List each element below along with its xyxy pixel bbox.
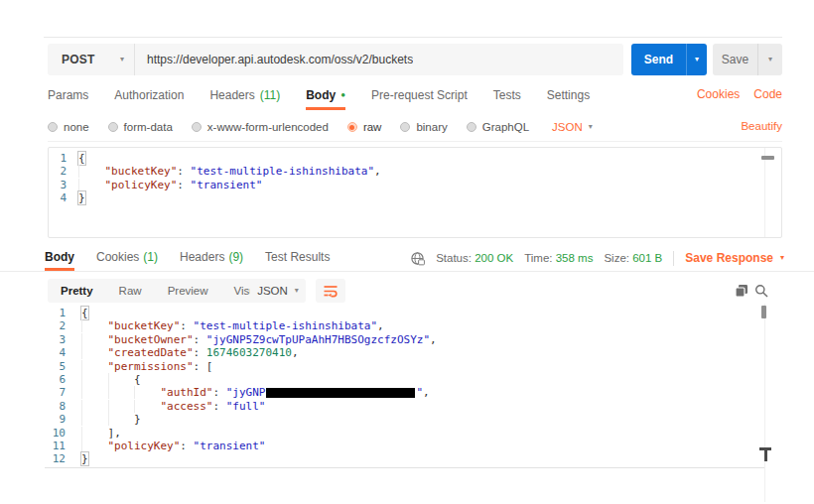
tab-settings[interactable]: Settings — [547, 85, 590, 110]
code-line: { — [81, 373, 756, 386]
save-response-label: Save Response — [685, 251, 773, 265]
response-body-editor[interactable]: 123456789101112 { "bucketKey": "test-mul… — [45, 305, 764, 467]
response-tabs: BodyCookies(1)Headers(9)Test Results — [45, 248, 330, 271]
tab-label: Pre-request Script — [371, 88, 468, 102]
chevron-down-icon: ▾ — [695, 56, 699, 63]
response-editor-code: { "bucketKey": "test-multiple-ishinshiba… — [81, 307, 756, 466]
code-line: "bucketKey": "test-multiple-ishinshibata… — [78, 165, 761, 178]
save-options-button[interactable]: ▾ — [758, 44, 782, 75]
line-number: 9 — [45, 413, 66, 426]
code-line: "authId": "jyGNP", — [81, 386, 756, 399]
radio-icon — [48, 122, 58, 132]
copy-icon — [735, 284, 748, 298]
line-number: 5 — [45, 360, 66, 373]
line-number: 3 — [45, 333, 66, 346]
tab-label: Settings — [547, 88, 590, 102]
tab-pre-request-script[interactable]: Pre-request Script — [371, 85, 468, 110]
send-options-button[interactable]: ▾ — [687, 44, 707, 75]
request-editor-scroll-track — [764, 148, 765, 237]
line-number: 8 — [45, 400, 66, 413]
search-response-button[interactable] — [754, 284, 769, 299]
code-line: } — [81, 452, 756, 465]
cookies-link[interactable]: Cookies — [697, 87, 740, 101]
body-type-form-data[interactable]: form-data — [108, 121, 173, 133]
tab-body[interactable]: Body● — [306, 85, 345, 110]
chevron-down-icon: ▾ — [120, 56, 124, 63]
code-line: ], — [81, 427, 756, 440]
chevron-down-icon: ▾ — [589, 123, 593, 131]
tab-headers[interactable]: Headers(11) — [209, 85, 280, 110]
url-input[interactable]: https://developer.api.autodesk.com/oss/v… — [135, 53, 413, 66]
divider — [673, 251, 674, 266]
line-number: 2 — [45, 319, 66, 332]
tab-count-badge: (9) — [228, 250, 243, 264]
send-button[interactable]: Send — [631, 44, 687, 75]
tab-label: Headers — [180, 250, 224, 264]
request-editor-code: { "bucketKey": "test-multiple-ishinshiba… — [78, 152, 761, 205]
body-format-dropdown[interactable]: JSON ▾ — [552, 121, 593, 133]
view-tab-preview[interactable]: Preview — [155, 279, 221, 303]
response-tab-headers[interactable]: Headers(9) — [180, 248, 243, 271]
radio-icon — [400, 122, 410, 132]
radio-icon — [108, 122, 118, 132]
code-line: "bucketOwner": "jyGNP5Z9cwTpUPaAhH7HBSOg… — [81, 333, 756, 346]
scrollbar-thumb[interactable] — [761, 156, 774, 160]
redacted-value — [266, 388, 415, 398]
response-format-value: JSON — [257, 285, 288, 297]
tab-params[interactable]: Params — [48, 85, 88, 110]
tab-label: Cookies — [96, 250, 139, 264]
body-format-value: JSON — [552, 121, 583, 133]
code-line: "bucketKey": "test-multiple-ishinshibata… — [81, 319, 756, 332]
top-divider — [44, 37, 782, 38]
method-dropdown[interactable]: POST ▾ — [48, 44, 135, 75]
response-editor-gutter: 123456789101112 — [45, 307, 66, 466]
line-number: 1 — [45, 307, 66, 319]
request-tabs: ParamsAuthorizationHeaders(11)Body●Pre-r… — [48, 85, 590, 110]
line-number: 7 — [45, 386, 66, 399]
save-button-group: Save ▾ — [713, 44, 782, 75]
size-stat: Size: 601 B — [604, 252, 662, 264]
radio-icon — [467, 122, 476, 132]
response-tab-cookies[interactable]: Cookies(1) — [96, 248, 158, 271]
save-response-button[interactable]: Save Response ▾ — [685, 251, 784, 265]
response-format-dropdown[interactable]: JSON ▾ — [250, 279, 306, 303]
save-button[interactable]: Save — [713, 44, 758, 75]
body-type-graphql[interactable]: GraphQL — [467, 121, 529, 133]
scrollbar-thumb[interactable] — [761, 306, 766, 318]
code-line: { — [78, 152, 761, 165]
wrap-line-button[interactable] — [316, 279, 345, 303]
network-icon[interactable] — [410, 251, 425, 266]
view-tab-pretty[interactable]: Pretty — [48, 279, 106, 303]
response-tab-body[interactable]: Body — [45, 248, 74, 271]
body-type-label: binary — [416, 121, 447, 133]
send-button-group: Send ▾ — [631, 44, 707, 75]
body-type-options: noneform-datax-www-form-urlencodedrawbin… — [48, 121, 529, 133]
body-type-x-www-form-urlencoded[interactable]: x-www-form-urlencoded — [192, 121, 329, 133]
tab-tests[interactable]: Tests — [493, 85, 521, 110]
copy-response-button[interactable] — [735, 284, 749, 299]
request-body-editor[interactable]: 1234 { "bucketKey": "test-multiple-ishin… — [48, 147, 782, 238]
time-label: Time: — [524, 252, 552, 264]
tab-label: Headers — [209, 88, 254, 102]
code-line: "policyKey": "transient" — [78, 179, 761, 191]
code-link[interactable]: Code — [753, 87, 782, 101]
body-type-none[interactable]: none — [48, 121, 89, 133]
response-editor-bottom-border — [45, 467, 764, 468]
body-type-raw[interactable]: raw — [347, 121, 382, 133]
line-number: 1 — [49, 152, 67, 165]
view-tab-raw[interactable]: Raw — [106, 279, 155, 303]
url-bar: POST ▾ https://developer.api.autodesk.co… — [48, 44, 623, 75]
radio-icon — [192, 122, 202, 132]
code-line: } — [78, 191, 761, 204]
body-type-label: GraphQL — [482, 121, 529, 133]
response-tab-test-results[interactable]: Test Results — [265, 248, 330, 271]
line-number: 10 — [45, 427, 66, 440]
body-type-binary[interactable]: binary — [400, 121, 447, 133]
tab-count-badge: (11) — [260, 88, 280, 102]
tab-authorization[interactable]: Authorization — [114, 85, 184, 110]
beautify-link[interactable]: Beautify — [741, 120, 782, 132]
header-links: Cookies Code — [697, 87, 782, 101]
search-icon — [754, 284, 768, 298]
code-line: { — [81, 307, 756, 319]
tab-label: Body — [45, 250, 74, 264]
